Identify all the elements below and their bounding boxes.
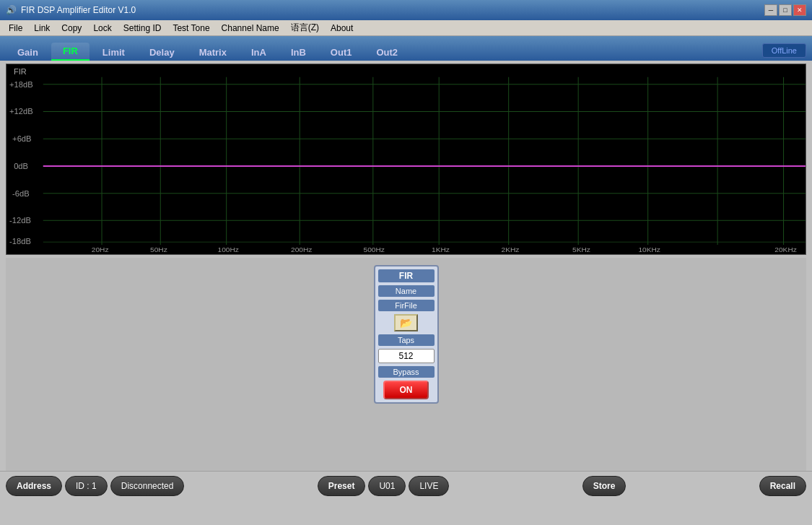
chart-svg: +18dB +12dB +6dB 0dB -6dB -12dB -18dB 20… [6, 64, 806, 254]
disconnected-label: Disconnected [110, 476, 185, 496]
status-bar: Address ID : 1 Disconnected Preset U01 L… [0, 471, 812, 500]
svg-text:20KHz: 20KHz [774, 246, 796, 253]
offline-badge: OffLine [762, 43, 806, 58]
control-area: FIR Name FirFile 📂 Taps 512 Bypass ON [6, 258, 806, 471]
tab-limit[interactable]: Limit [91, 44, 136, 61]
minimize-button[interactable]: ─ [764, 4, 777, 16]
id-label: ID : 1 [65, 476, 108, 496]
close-button[interactable]: ✕ [793, 4, 806, 16]
fir-panel: FIR Name FirFile 📂 Taps 512 Bypass ON [374, 265, 439, 404]
svg-text:+18dB: +18dB [9, 80, 33, 89]
svg-text:200Hz: 200Hz [291, 246, 312, 253]
svg-text:+6dB: +6dB [12, 134, 31, 143]
fir-file-label: FirFile [378, 300, 435, 311]
folder-button[interactable]: 📂 [394, 314, 418, 331]
tab-out2[interactable]: Out2 [364, 44, 409, 61]
svg-text:-12dB: -12dB [9, 216, 31, 225]
menu-item-link[interactable]: Link [28, 22, 56, 35]
tab-fir[interactable]: FIR [51, 43, 90, 61]
maximize-button[interactable]: □ [779, 4, 792, 16]
address-button[interactable]: Address [6, 476, 62, 496]
svg-text:10KHz: 10KHz [638, 246, 660, 253]
tab-ina[interactable]: InA [240, 44, 278, 61]
menu-item-copy[interactable]: Copy [56, 22, 87, 35]
svg-text:2KHz: 2KHz [502, 246, 520, 253]
menu-bar: FileLinkCopyLockSetting IDTest ToneChann… [0, 20, 812, 36]
title-text: 🔊 FIR DSP Amplifier Editor V1.0 [6, 5, 136, 15]
window-controls: ─ □ ✕ [764, 4, 806, 16]
recall-button[interactable]: Recall [759, 476, 806, 496]
window-title: FIR DSP Amplifier Editor V1.0 [21, 5, 136, 15]
tab-bar: GainFIRLimitDelayMatrixInAInBOut1Out2Off… [0, 36, 812, 61]
tab-inb[interactable]: InB [279, 44, 318, 61]
tab-out1[interactable]: Out1 [319, 44, 364, 61]
preset-button[interactable]: Preset [318, 476, 366, 496]
svg-text:50Hz: 50Hz [150, 246, 167, 253]
svg-text:0dB: 0dB [14, 162, 28, 170]
menu-item-语言(z)[interactable]: 语言(Z) [285, 20, 325, 35]
taps-label: Taps [378, 334, 435, 346]
menu-item-lock[interactable]: Lock [87, 22, 117, 35]
svg-text:+12dB: +12dB [9, 108, 33, 116]
title-bar: 🔊 FIR DSP Amplifier Editor V1.0 ─ □ ✕ [0, 0, 812, 20]
svg-text:100Hz: 100Hz [217, 246, 238, 253]
chart-title: FIR [14, 67, 27, 76]
live-label: LIVE [409, 476, 449, 496]
svg-text:5KHz: 5KHz [572, 246, 590, 253]
store-button[interactable]: Store [582, 476, 627, 496]
tab-gain[interactable]: Gain [6, 44, 50, 61]
chart-area: FIR +18dB +12dB +6dB 0dB -6dB -12dB -18d… [6, 64, 806, 255]
svg-text:-6dB: -6dB [12, 189, 30, 198]
menu-item-channel-name[interactable]: Channel Name [216, 22, 285, 35]
u01-label: U01 [368, 476, 406, 496]
on-button[interactable]: ON [383, 381, 428, 399]
menu-item-file[interactable]: File [3, 22, 28, 35]
app-icon: 🔊 [6, 5, 17, 15]
menu-item-test-tone[interactable]: Test Tone [167, 22, 215, 35]
bypass-label: Bypass [378, 366, 435, 378]
menu-item-setting-id[interactable]: Setting ID [118, 22, 167, 35]
svg-text:500Hz: 500Hz [364, 246, 385, 253]
svg-rect-0 [6, 64, 806, 254]
svg-text:1KHz: 1KHz [432, 246, 450, 253]
taps-value: 512 [378, 349, 435, 363]
svg-text:-18dB: -18dB [9, 237, 31, 246]
menu-item-about[interactable]: About [325, 22, 359, 35]
svg-text:20Hz: 20Hz [92, 246, 109, 253]
name-label: Name [378, 285, 435, 297]
tab-delay[interactable]: Delay [138, 44, 186, 61]
fir-panel-title: FIR [378, 269, 435, 282]
tab-matrix[interactable]: Matrix [188, 44, 238, 61]
